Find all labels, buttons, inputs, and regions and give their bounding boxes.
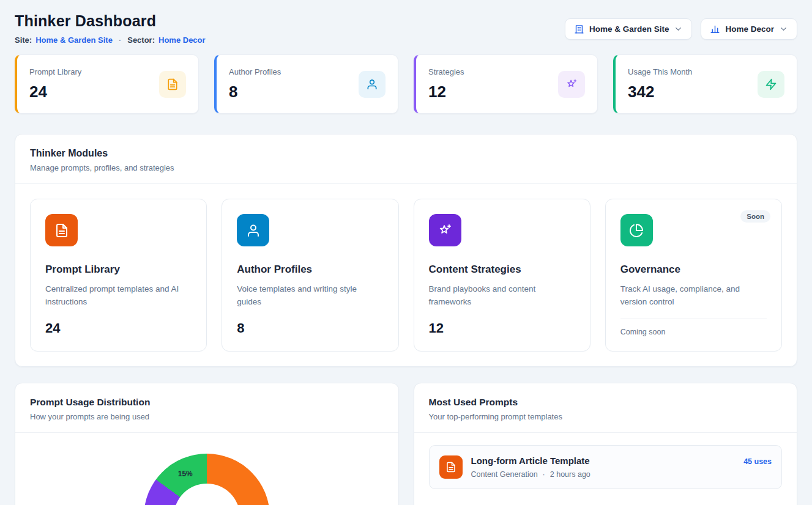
prompt-uses-badge: 45 uses xyxy=(743,455,772,466)
header-left: Thinker Dashboard Site: Home & Garden Si… xyxy=(15,12,206,45)
stat-value: 342 xyxy=(628,83,692,101)
stat-label: Prompt Library xyxy=(29,67,81,76)
sector-selector-label: Home Decor xyxy=(725,24,774,34)
pie-chart-icon xyxy=(620,214,653,246)
page-title: Thinker Dashboard xyxy=(15,12,206,30)
usage-card-subtitle: How your prompts are being used xyxy=(30,412,384,421)
prompt-list: Long-form Article Template Content Gener… xyxy=(414,433,797,501)
module-description: Brand playbooks and content frameworks xyxy=(429,283,575,311)
most-used-prompts-card: Most Used Prompts Your top-performing pr… xyxy=(414,383,798,505)
module-title: Prompt Library xyxy=(45,264,192,276)
usage-distribution-card: Prompt Usage Distribution How your promp… xyxy=(15,383,399,505)
chart-area: 15% xyxy=(15,433,398,505)
module-card-prompt-library[interactable]: Prompt Library Centralized prompt templa… xyxy=(30,199,207,352)
document-icon xyxy=(439,455,463,479)
header-selectors: Home & Garden Site Home Decor xyxy=(565,18,797,40)
site-selector-label: Home & Garden Site xyxy=(589,24,669,34)
sector-label: Sector: xyxy=(127,35,155,45)
module-count: 24 xyxy=(45,320,192,336)
prompt-category: Content Generation xyxy=(471,470,538,479)
module-description: Voice templates and writing style guides xyxy=(237,283,383,311)
top-bar: Thinker Dashboard Site: Home & Garden Si… xyxy=(15,12,797,45)
module-title: Governance xyxy=(620,264,767,276)
prompt-meta: Content Generation · 2 hours ago xyxy=(471,470,736,479)
module-description: Track AI usage, compliance, and version … xyxy=(620,283,767,310)
stat-text: Author Profiles 8 xyxy=(229,67,281,101)
bottom-row: Prompt Usage Distribution How your promp… xyxy=(15,383,797,505)
module-description: Centralized prompt templates and AI inst… xyxy=(45,283,192,311)
meta-dot: · xyxy=(543,470,545,479)
sector-selector-dropdown[interactable]: Home Decor xyxy=(701,18,797,40)
thinker-modules-section: Thinker Modules Manage prompts, profiles… xyxy=(15,134,797,367)
separator-dot: · xyxy=(119,35,121,45)
prompts-card-subtitle: Your top-performing prompt templates xyxy=(429,412,783,421)
document-icon xyxy=(159,71,186,98)
donut-hole xyxy=(174,484,240,505)
module-count: 8 xyxy=(237,320,383,336)
stat-label: Author Profiles xyxy=(229,67,281,76)
breadcrumb: Site: Home & Garden Site · Sector: Home … xyxy=(15,35,206,45)
stat-text: Strategies 12 xyxy=(428,67,464,101)
user-icon xyxy=(359,71,386,98)
module-card-content-strategies[interactable]: Content Strategies Brand playbooks and c… xyxy=(414,199,590,352)
usage-card-header: Prompt Usage Distribution How your promp… xyxy=(15,383,398,432)
modules-subtitle: Manage prompts, profiles, and strategies xyxy=(30,163,782,172)
modules-header: Thinker Modules Manage prompts, profiles… xyxy=(15,135,797,183)
stat-card-author-profiles: Author Profiles 8 xyxy=(214,54,398,114)
chevron-down-icon xyxy=(674,24,683,34)
stat-value: 24 xyxy=(29,83,81,101)
site-label: Site: xyxy=(15,35,32,45)
stat-text: Usage This Month 342 xyxy=(628,67,692,101)
chevron-down-icon xyxy=(779,24,788,34)
stats-row: Prompt Library 24 Author Profiles 8 Stra… xyxy=(15,54,797,114)
site-link[interactable]: Home & Garden Site xyxy=(35,35,113,45)
stat-card-strategies: Strategies 12 xyxy=(414,54,598,114)
sparkle-star-icon xyxy=(429,214,461,246)
dashboard-page: Thinker Dashboard Site: Home & Garden Si… xyxy=(0,0,812,505)
stat-value: 8 xyxy=(229,83,281,101)
donut-chart: 15% xyxy=(144,454,270,505)
stat-card-prompt-library: Prompt Library 24 xyxy=(15,54,199,114)
site-selector-dropdown[interactable]: Home & Garden Site xyxy=(565,18,693,40)
lightning-icon xyxy=(758,71,784,98)
stat-label: Usage This Month xyxy=(628,67,692,76)
prompt-item-text: Long-form Article Template Content Gener… xyxy=(471,455,736,479)
stat-card-usage: Usage This Month 342 xyxy=(613,54,797,114)
modules-grid: Prompt Library Centralized prompt templa… xyxy=(15,184,797,366)
usage-card-title: Prompt Usage Distribution xyxy=(30,397,384,408)
prompt-title: Long-form Article Template xyxy=(471,455,736,466)
modules-title: Thinker Modules xyxy=(30,148,782,159)
prompts-card-title: Most Used Prompts xyxy=(429,397,783,408)
prompts-card-header: Most Used Prompts Your top-performing pr… xyxy=(414,383,797,432)
bar-chart-icon xyxy=(710,24,720,34)
prompt-list-item[interactable]: Long-form Article Template Content Gener… xyxy=(429,445,783,489)
stat-value: 12 xyxy=(428,83,464,101)
user-icon xyxy=(237,214,269,246)
soon-badge: Soon xyxy=(740,210,770,223)
module-card-author-profiles[interactable]: Author Profiles Voice templates and writ… xyxy=(222,199,398,352)
donut-segment-label: 15% xyxy=(178,470,193,478)
coming-soon-text: Coming soon xyxy=(620,319,767,336)
sector-link[interactable]: Home Decor xyxy=(158,35,206,45)
stat-text: Prompt Library 24 xyxy=(29,67,81,101)
module-title: Author Profiles xyxy=(237,264,383,276)
module-count: 12 xyxy=(429,320,575,336)
module-title: Content Strategies xyxy=(429,264,575,276)
prompt-time: 2 hours ago xyxy=(550,470,590,479)
building-icon xyxy=(574,24,584,34)
document-icon xyxy=(45,214,78,246)
sparkle-star-icon xyxy=(558,71,585,98)
module-card-governance: Soon Governance Track AI usage, complian… xyxy=(605,199,782,352)
stat-label: Strategies xyxy=(428,67,464,76)
